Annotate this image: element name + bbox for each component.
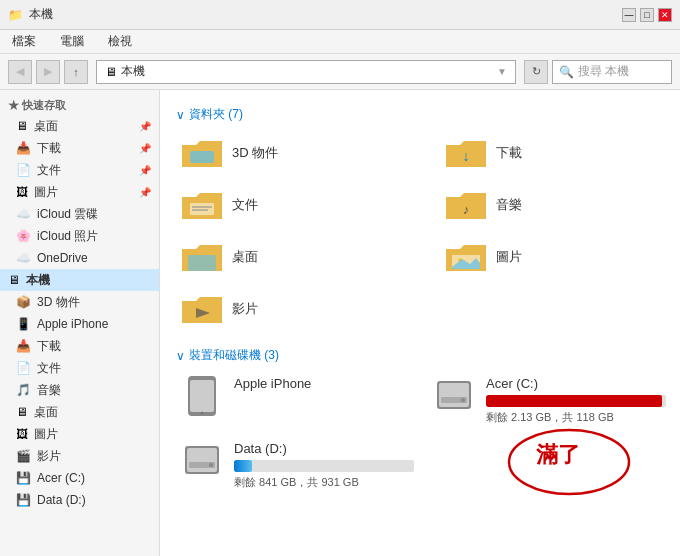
sidebar-3d-label: 3D 物件 [37,294,80,311]
sidebar: ★ 快速存取 🖥 桌面 📌 📥 下載 📌 📄 文件 📌 🖼 圖片 📌 [0,90,160,556]
folder-download[interactable]: ↓ 下載 [440,131,664,175]
sidebar-item-ddrive[interactable]: 💾 Data (D:) [0,489,159,511]
data-stats: 剩餘 841 GB，共 931 GB [234,475,414,490]
folder-music[interactable]: ♪ 音樂 [440,183,664,227]
address-bar[interactable]: 🖥 本機 ▼ [96,60,516,84]
close-button[interactable]: ✕ [658,8,672,22]
search-box[interactable]: 🔍 搜尋 本機 [552,60,672,84]
address-dropdown[interactable]: ▼ [497,66,507,77]
folder-music-icon: ♪ [446,187,486,223]
hdd2-svg-icon [183,442,221,480]
device-data[interactable]: Data (D:) 剩餘 841 GB，共 931 GB [176,437,420,494]
refresh-button[interactable]: ↻ [524,60,548,84]
acer-stats: 剩餘 2.13 GB，共 118 GB [486,410,666,425]
devices-label: 裝置和磁碟機 (3) [189,347,279,364]
devices-chevron[interactable]: ∨ [176,349,185,363]
sidebar-item-icloud[interactable]: ☁️ iCloud 雲碟 [0,203,159,225]
folder-doc-icon [182,187,222,223]
folders-section-header: ∨ 資料夾 (7) [176,106,664,123]
svg-text:↓: ↓ [463,148,470,164]
sidebar-item-downloads[interactable]: 📥 下載 [0,335,159,357]
icloud-icon: ☁️ [16,207,31,221]
icloud-photos-icon: 🌸 [16,229,31,243]
devices-section-header: ∨ 裝置和磁碟機 (3) [176,347,664,364]
sidebar-pictures-label: 圖片 [34,426,58,443]
ddrive-icon: 💾 [16,493,31,507]
acer-bar-container [486,395,666,407]
svg-point-26 [201,412,204,415]
sidebar-item-image[interactable]: 🖼 圖片 📌 [0,181,159,203]
search-placeholder: 搜尋 本機 [578,63,629,80]
sidebar-download-label: 下載 [37,140,61,157]
folders-chevron[interactable]: ∨ [176,108,185,122]
search-icon: 🔍 [559,65,574,79]
sidebar-item-docs[interactable]: 📄 文件 [0,357,159,379]
3d-icon: 📦 [16,295,31,309]
up-button[interactable]: ↑ [64,60,88,84]
minimize-button[interactable]: — [622,8,636,22]
folder-image[interactable]: 圖片 [440,235,664,279]
svg-rect-16 [188,255,216,271]
sidebar-item-pc[interactable]: 🖥 本機 [0,269,159,291]
device-iphone[interactable]: Apple iPhone [176,372,420,420]
sidebar-downloads-label: 下載 [37,338,61,355]
pc-icon: 🖥 [8,273,20,287]
data-name: Data (D:) [234,441,414,456]
pictures-icon: 🖼 [16,427,28,441]
pin-icon-4: 📌 [139,187,151,198]
data-bar-container [234,460,414,472]
image-icon: 🖼 [16,185,28,199]
svg-rect-8 [190,203,214,215]
svg-text:♪: ♪ [463,202,470,217]
acer-info: Acer (C:) 剩餘 2.13 GB，共 118 GB [486,376,666,425]
sidebar-item-icloud-photos[interactable]: 🌸 iCloud 照片 [0,225,159,247]
music-icon: 🎵 [16,383,31,397]
folders-label: 資料夾 (7) [189,106,243,123]
sidebar-item-pictures[interactable]: 🖼 圖片 [0,423,159,445]
iphone-info: Apple iPhone [234,376,414,395]
cdrive-icon: 💾 [16,471,31,485]
folder-desktop-label: 桌面 [232,248,258,266]
sidebar-item-music[interactable]: 🎵 音樂 [0,379,159,401]
title-bar-title: 本機 [29,6,53,23]
back-button[interactable]: ◀ [8,60,32,84]
sidebar-image-label: 圖片 [34,184,58,201]
maximize-button[interactable]: □ [640,8,654,22]
sidebar-item-cdrive[interactable]: 💾 Acer (C:) [0,467,159,489]
device-acer[interactable]: Acer (C:) 剩餘 2.13 GB，共 118 GB [428,372,672,429]
folder-3d[interactable]: 3D 物件 [176,131,400,175]
pin-icon: 📌 [139,121,151,132]
sidebar-videos-label: 影片 [37,448,61,465]
sidebar-item-videos[interactable]: 🎬 影片 [0,445,159,467]
folder-doc[interactable]: 文件 [176,183,400,227]
menu-computer[interactable]: 電腦 [56,31,88,52]
docs-icon: 📄 [16,361,31,375]
doc-icon: 📄 [16,163,31,177]
downloads-icon: 📥 [16,339,31,353]
phone-icon: 📱 [16,317,31,331]
desktop2-icon: 🖥 [16,405,28,419]
menu-file[interactable]: 檔案 [8,31,40,52]
folder-desktop[interactable]: 桌面 [176,235,400,279]
download-icon: 📥 [16,141,31,155]
menu-view[interactable]: 檢視 [104,31,136,52]
sidebar-item-download[interactable]: 📥 下載 📌 [0,137,159,159]
svg-rect-32 [187,448,217,472]
sidebar-item-desktop[interactable]: 🖥 桌面 📌 [0,115,159,137]
sidebar-item-3dobject[interactable]: 📦 3D 物件 [0,291,159,313]
folder-video[interactable]: 影片 [176,287,400,331]
svg-rect-28 [439,383,469,407]
sidebar-item-desktop2[interactable]: 🖥 桌面 [0,401,159,423]
svg-point-34 [209,463,213,467]
sidebar-music-label: 音樂 [37,382,61,399]
sidebar-item-doc[interactable]: 📄 文件 📌 [0,159,159,181]
desktop-icon: 🖥 [16,119,28,133]
data-device-icon [182,441,222,481]
sidebar-item-iphone[interactable]: 📱 Apple iPhone [0,313,159,335]
folder-download-icon: ↓ [446,135,486,171]
sidebar-item-onedrive[interactable]: ☁️ OneDrive [0,247,159,269]
svg-rect-25 [190,380,214,412]
sidebar-docs-label: 文件 [37,360,61,377]
folders-grid: 3D 物件 ↓ 下載 文件 [176,131,664,331]
forward-button[interactable]: ▶ [36,60,60,84]
